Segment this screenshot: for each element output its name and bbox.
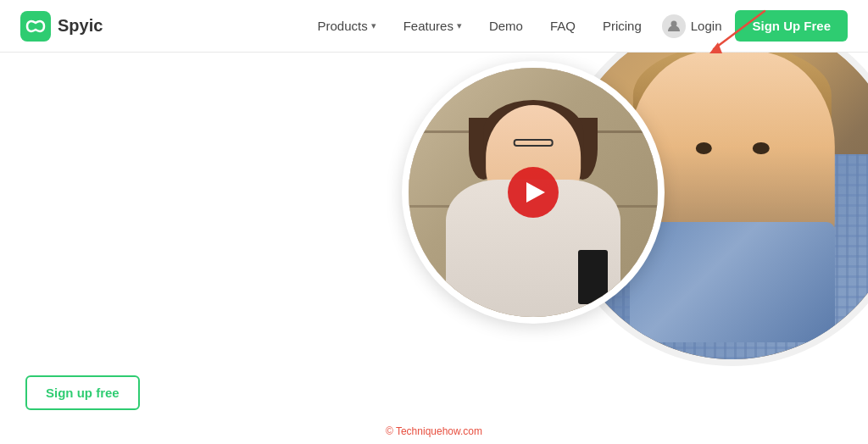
red-arrow: [697, 7, 773, 61]
play-icon: [526, 182, 545, 203]
logo-icon: [20, 11, 51, 42]
left-content: Sign up free: [0, 53, 407, 444]
chevron-down-icon: ▾: [371, 20, 376, 31]
main-nav: Products ▾ Features ▾ Demo FAQ Pricing: [317, 19, 641, 33]
nav-features[interactable]: Features ▾: [403, 19, 462, 33]
circles-area: [376, 53, 868, 444]
woman-glasses: [514, 139, 554, 147]
svg-line-2: [714, 11, 765, 49]
woman-phone: [578, 250, 608, 305]
user-icon: [662, 14, 686, 38]
svg-rect-0: [20, 11, 51, 42]
sign-up-free-button[interactable]: Sign up free: [25, 375, 140, 410]
nav-faq[interactable]: FAQ: [550, 19, 576, 33]
woman-circle[interactable]: [402, 61, 665, 324]
nav-pricing[interactable]: Pricing: [603, 19, 642, 33]
nav-demo[interactable]: Demo: [489, 19, 523, 33]
logo-text: Spyic: [58, 16, 103, 36]
play-button[interactable]: [508, 167, 559, 218]
logo-area[interactable]: Spyic: [20, 11, 103, 42]
chevron-down-icon: ▾: [457, 20, 462, 31]
main-content: Sign up free: [0, 53, 868, 444]
footer-credit: © Techniquehow.com: [386, 425, 482, 437]
nav-products[interactable]: Products ▾: [317, 19, 376, 33]
